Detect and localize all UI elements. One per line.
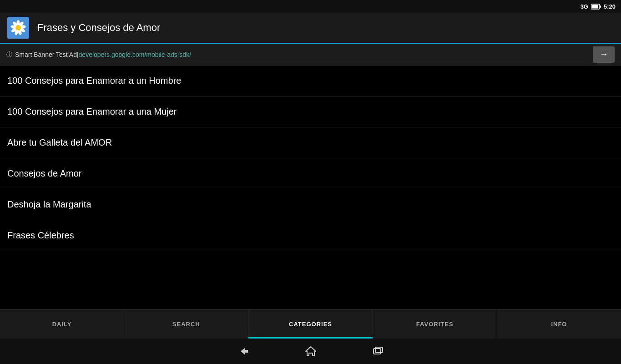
app-title: Frases y Consejos de Amor <box>37 22 160 34</box>
svg-rect-15 <box>374 349 381 354</box>
svg-rect-16 <box>375 347 383 353</box>
menu-item-text: 100 Consejos para Enamorar a una Mujer <box>7 106 177 116</box>
menu-item-text: 100 Consejos para Enamorar a un Hombre <box>7 76 181 86</box>
ad-label: Smart Banner Test Ad <box>15 51 77 58</box>
svg-marker-14 <box>306 347 316 356</box>
svg-rect-2 <box>591 5 598 8</box>
home-button[interactable] <box>304 345 317 358</box>
back-button[interactable] <box>237 345 250 358</box>
nav-item-favorites[interactable]: FAVORITES <box>373 310 497 339</box>
ad-link[interactable]: developers.google.com/mobile-ads-sdk/ <box>79 51 191 58</box>
ad-banner: ⓘ Smart Banner Test Ad | developers.goog… <box>0 44 621 66</box>
system-nav <box>0 339 621 364</box>
menu-item[interactable]: 100 Consejos para Enamorar a un Hombre <box>0 66 621 96</box>
title-bar: Frases y Consejos de Amor <box>0 13 621 44</box>
menu-list: 100 Consejos para Enamorar a un Hombre10… <box>0 66 621 309</box>
svg-rect-1 <box>600 5 601 8</box>
ad-arrow-button[interactable]: → <box>593 46 615 63</box>
bottom-nav: DAILYSEARCHCATEGORIESFAVORITESINFO <box>0 309 621 339</box>
menu-item[interactable]: Abre tu Galleta del AMOR <box>0 127 621 158</box>
app-icon <box>6 16 30 40</box>
nav-item-daily[interactable]: DAILY <box>0 310 124 339</box>
menu-item-text: Deshoja la Margarita <box>7 199 91 209</box>
svg-point-13 <box>15 25 21 30</box>
menu-item[interactable]: Frases Célebres <box>0 220 621 251</box>
ad-info-icon: ⓘ <box>6 51 12 59</box>
menu-item[interactable]: Deshoja la Margarita <box>0 189 621 220</box>
menu-item-text: Abre tu Galleta del AMOR <box>7 137 112 147</box>
nav-item-info[interactable]: INFO <box>497 310 621 339</box>
status-bar: 3G 5:20 <box>0 0 621 13</box>
signal-icon: 3G <box>581 3 588 10</box>
nav-item-search[interactable]: SEARCH <box>124 310 248 339</box>
menu-item[interactable]: 100 Consejos para Enamorar a una Mujer <box>0 96 621 127</box>
battery-icon <box>591 4 601 10</box>
menu-item-text: Consejos de Amor <box>7 168 81 178</box>
menu-item-text: Frases Célebres <box>7 230 74 240</box>
clock: 5:20 <box>604 3 616 10</box>
menu-item[interactable]: Consejos de Amor <box>0 158 621 189</box>
recents-button[interactable] <box>372 345 384 358</box>
nav-item-categories[interactable]: CATEGORIES <box>248 310 373 339</box>
